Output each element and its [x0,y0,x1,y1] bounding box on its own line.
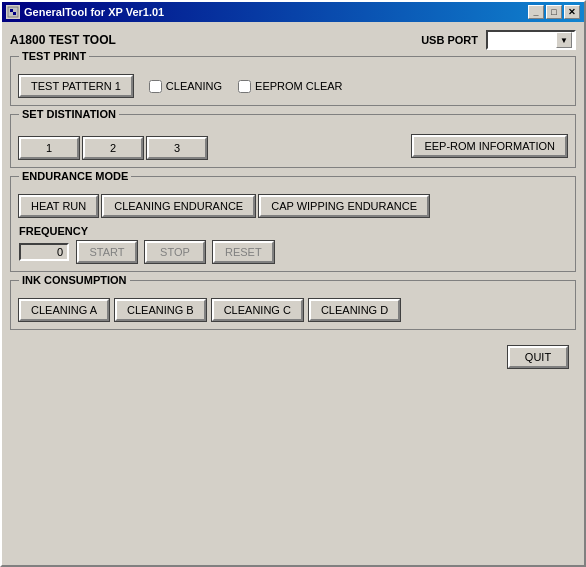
frequency-input-row: 0 START STOP RESET [19,241,567,263]
eeprom-checkbox-row: EEPROM CLEAR [238,80,342,93]
title-bar-left: GeneralTool for XP Ver1.01 [6,5,164,19]
minimize-button[interactable]: _ [528,5,544,19]
cleaning-b-button[interactable]: CLEANING B [115,299,206,321]
stop-button[interactable]: STOP [145,241,205,263]
destination-row: 1 2 3 EEP-ROM INFORMATION [19,133,567,159]
endurance-mode-label: ENDURANCE MODE [19,170,131,182]
set-destination-section: SET DISTINATION 1 2 3 EEP-ROM INFORMATIO… [10,114,576,168]
ink-consumption-label: INK CONSUMPTION [19,274,130,286]
eeprom-checkbox-label: EEPROM CLEAR [255,80,342,92]
maximize-button[interactable]: □ [546,5,562,19]
frequency-section: FREQUENCY 0 START STOP RESET [19,225,567,263]
usb-port-select[interactable]: ▼ [486,30,576,50]
close-button[interactable]: ✕ [564,5,580,19]
eep-rom-info-button[interactable]: EEP-ROM INFORMATION [412,135,567,157]
frequency-label: FREQUENCY [19,225,567,237]
endurance-buttons: HEAT RUN CLEANING ENDURANCE CAP WIPPING … [19,195,567,217]
footer-row: QUIT [10,346,576,368]
start-button[interactable]: START [77,241,137,263]
ink-consumption-section: INK CONSUMPTION CLEANING A CLEANING B CL… [10,280,576,330]
main-window: GeneralTool for XP Ver1.01 _ □ ✕ A1800 T… [0,0,586,567]
eeprom-checkbox[interactable] [238,80,251,93]
cleaning-d-button[interactable]: CLEANING D [309,299,400,321]
app-icon [6,5,20,19]
usb-label: USB PORT [421,34,478,46]
svg-rect-2 [13,12,16,15]
test-pattern-button[interactable]: TEST PATTERN 1 [19,75,133,97]
title-controls: _ □ ✕ [528,5,580,19]
test-print-content: TEST PATTERN 1 CLEANING EEPROM CLEAR [19,75,567,97]
title-bar: GeneralTool for XP Ver1.01 _ □ ✕ [2,2,584,22]
dest-button-2[interactable]: 2 [83,137,143,159]
usb-row: USB PORT ▼ [421,30,576,50]
dest-button-3[interactable]: 3 [147,137,207,159]
top-row: A1800 TEST TOOL USB PORT ▼ [10,30,576,50]
set-destination-label: SET DISTINATION [19,108,119,120]
ink-buttons: CLEANING A CLEANING B CLEANING C CLEANIN… [19,299,567,321]
cleaning-checkbox-row: CLEANING [149,80,222,93]
frequency-value: 0 [19,243,69,261]
test-print-section: TEST PRINT TEST PATTERN 1 CLEANING EEPRO… [10,56,576,106]
reset-button[interactable]: RESET [213,241,274,263]
quit-button[interactable]: QUIT [508,346,568,368]
app-title: A1800 TEST TOOL [10,33,116,47]
destination-buttons: 1 2 3 [19,137,207,159]
combo-arrow-icon: ▼ [556,32,572,48]
cleaning-a-button[interactable]: CLEANING A [19,299,109,321]
cleaning-checkbox[interactable] [149,80,162,93]
dest-button-1[interactable]: 1 [19,137,79,159]
cleaning-c-button[interactable]: CLEANING C [212,299,303,321]
heat-run-button[interactable]: HEAT RUN [19,195,98,217]
cap-wipping-button[interactable]: CAP WIPPING ENDURANCE [259,195,429,217]
main-content: A1800 TEST TOOL USB PORT ▼ TEST PRINT TE… [2,22,584,376]
window-title: GeneralTool for XP Ver1.01 [24,6,164,18]
endurance-mode-section: ENDURANCE MODE HEAT RUN CLEANING ENDURAN… [10,176,576,272]
test-print-label: TEST PRINT [19,50,89,62]
cleaning-endurance-button[interactable]: CLEANING ENDURANCE [102,195,255,217]
svg-rect-1 [10,9,13,12]
cleaning-checkbox-label: CLEANING [166,80,222,92]
